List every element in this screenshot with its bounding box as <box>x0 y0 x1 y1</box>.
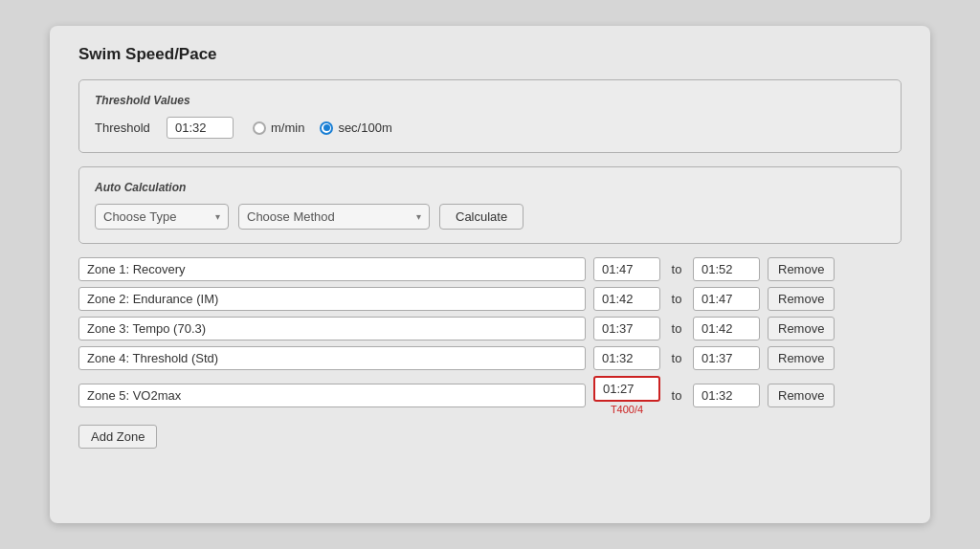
zone-from-input-3[interactable] <box>593 317 660 340</box>
zone-name-input-2[interactable] <box>78 287 586 311</box>
choose-type-arrow: ▾ <box>215 211 220 222</box>
zone-remove-button-4[interactable]: Remove <box>768 346 835 370</box>
zone-from-wrapper-5: T400/4 <box>593 376 660 415</box>
threshold-label: Threshold <box>95 121 157 135</box>
zone-to-input-4[interactable] <box>693 346 760 370</box>
zone-to-label-1: to <box>668 262 685 276</box>
zone-from-input-4[interactable] <box>593 346 660 370</box>
zone-to-input-2[interactable] <box>693 287 760 311</box>
zone-to-label-3: to <box>668 321 685 336</box>
threshold-row: Threshold m/min sec/100m <box>95 117 885 139</box>
radio-sec100m-circle <box>320 121 333 135</box>
zone-to-input-5[interactable] <box>693 384 760 407</box>
auto-calc-label: Auto Calculation <box>95 181 885 194</box>
zone-row: toRemove <box>78 346 902 370</box>
radio-group: m/min sec/100m <box>253 121 392 135</box>
zone-name-input-4[interactable] <box>78 346 586 370</box>
threshold-section-label: Threshold Values <box>95 94 885 107</box>
zone-row: toRemove <box>78 287 902 311</box>
zone-to-input-3[interactable] <box>693 317 760 340</box>
zone-to-label-2: to <box>668 292 685 306</box>
zones-section: toRemovetoRemovetoRemovetoRemoveT400/4to… <box>78 257 902 449</box>
radio-sec100m-label: sec/100m <box>338 121 391 135</box>
auto-calc-section: Auto Calculation Choose Type ▾ Choose Me… <box>78 166 902 244</box>
zone-remove-button-3[interactable]: Remove <box>768 317 835 340</box>
zone-from-input-2[interactable] <box>593 287 660 311</box>
zone-from-wrapper-4 <box>593 346 660 370</box>
zone-remove-button-5[interactable]: Remove <box>768 384 835 407</box>
threshold-values-section: Threshold Values Threshold m/min sec/100… <box>78 79 902 153</box>
zone-name-input-3[interactable] <box>78 317 586 340</box>
radio-mmin-circle <box>253 121 266 135</box>
main-container: Swim Speed/Pace Threshold Values Thresho… <box>50 26 930 523</box>
zone-name-input-1[interactable] <box>78 257 586 281</box>
choose-type-label: Choose Type <box>103 209 176 224</box>
choose-type-dropdown[interactable]: Choose Type ▾ <box>95 204 229 230</box>
zone-row: toRemove <box>78 257 902 281</box>
zone-remove-button-1[interactable]: Remove <box>768 257 835 281</box>
calculate-button[interactable]: Calculate <box>439 204 523 230</box>
radio-sec100m[interactable]: sec/100m <box>320 121 391 135</box>
threshold-input[interactable] <box>167 117 234 139</box>
radio-mmin-label: m/min <box>271 121 304 135</box>
zone-row: T400/4toRemove <box>78 376 902 415</box>
zone-from-input-1[interactable] <box>593 257 660 281</box>
zone-from-input-5[interactable] <box>593 376 660 402</box>
zone-from-wrapper-1 <box>593 257 660 281</box>
zone-from-wrapper-2 <box>593 287 660 311</box>
zone-hint: T400/4 <box>611 404 643 415</box>
zone-to-label-4: to <box>668 351 685 365</box>
radio-mmin[interactable]: m/min <box>253 121 304 135</box>
zone-from-wrapper-3 <box>593 317 660 340</box>
add-zone-button[interactable]: Add Zone <box>78 425 157 449</box>
choose-method-arrow: ▾ <box>416 211 421 222</box>
zone-remove-button-2[interactable]: Remove <box>768 287 835 311</box>
zone-row: toRemove <box>78 317 902 340</box>
choose-method-dropdown[interactable]: Choose Method ▾ <box>238 204 430 230</box>
choose-method-label: Choose Method <box>247 209 335 224</box>
auto-calc-row: Choose Type ▾ Choose Method ▾ Calculate <box>95 204 885 230</box>
page-title: Swim Speed/Pace <box>78 45 902 64</box>
zone-name-input-5[interactable] <box>78 384 586 407</box>
zone-to-input-1[interactable] <box>693 257 760 281</box>
zone-to-label-5: to <box>668 388 685 403</box>
